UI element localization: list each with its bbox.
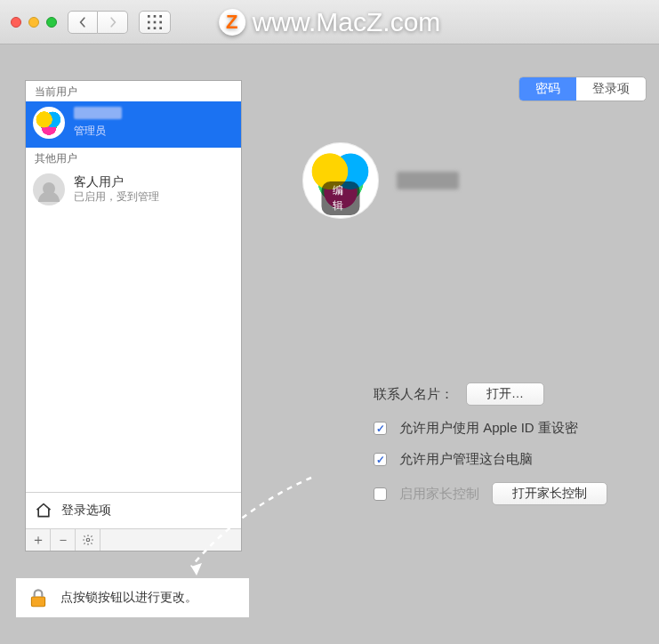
- svg-rect-3: [148, 20, 150, 23]
- profile-block: 编辑: [302, 142, 459, 219]
- contact-card-row: 联系人名片： 打开…: [374, 382, 659, 406]
- traffic-lights: [11, 17, 57, 28]
- gear-icon: [82, 534, 94, 546]
- detail-panel: 密码 登录项 编辑 联系人名片： 打开… 允许用户使用 Apple ID 重设密…: [267, 71, 659, 644]
- minimize-window-button[interactable]: [28, 17, 39, 28]
- open-parental-button[interactable]: 打开家长控制: [492, 482, 607, 505]
- allow-appleid-row[interactable]: 允许用户使用 Apple ID 重设密: [374, 420, 659, 437]
- sidebar-current-header: 当前用户: [26, 81, 241, 101]
- open-contact-button[interactable]: 打开…: [466, 382, 544, 406]
- user-role: 管理员: [74, 124, 122, 139]
- watermark-logo: Z: [219, 9, 245, 36]
- home-icon: [35, 502, 52, 519]
- lock-bar-text: 点按锁按钮以进行更改。: [60, 590, 197, 606]
- allow-appleid-label: 允许用户使用 Apple ID 重设密: [399, 420, 578, 437]
- svg-point-9: [86, 538, 90, 542]
- add-user-button[interactable]: ＋: [26, 529, 51, 551]
- user-name-redacted: [74, 107, 122, 119]
- svg-rect-4: [154, 20, 157, 23]
- lock-bar[interactable]: 点按锁按钮以进行更改。: [16, 578, 249, 617]
- checkbox-parental[interactable]: [374, 487, 387, 501]
- login-options-label: 登录选项: [61, 503, 111, 519]
- forward-button[interactable]: [98, 11, 128, 34]
- svg-rect-1: [154, 15, 157, 18]
- lock-icon: [27, 586, 50, 609]
- nav-buttons: [68, 11, 128, 34]
- avatar: [33, 107, 65, 139]
- sidebar-footer: ＋ －: [26, 528, 241, 551]
- tab-login-items[interactable]: 登录项: [576, 77, 646, 101]
- content-area: 当前用户 管理员 其他用户 客人用户 已启用，受到管理 登录选项 ＋ －: [0, 44, 659, 644]
- sidebar-other-header: 其他用户: [26, 148, 241, 168]
- allow-admin-label: 允许用户管理这台电脑: [399, 451, 533, 468]
- close-window-button[interactable]: [11, 17, 21, 28]
- profile-avatar[interactable]: 编辑: [302, 142, 379, 219]
- sidebar-login-options[interactable]: 登录选项: [26, 492, 241, 528]
- sidebar-user-current[interactable]: 管理员: [26, 101, 241, 148]
- window-titlebar: Z www.MacZ.com: [0, 0, 659, 44]
- show-all-prefs-button[interactable]: [139, 11, 171, 34]
- svg-rect-10: [31, 597, 44, 607]
- svg-rect-6: [148, 27, 150, 29]
- guest-status: 已启用，受到管理: [74, 189, 159, 205]
- remove-user-button[interactable]: －: [51, 529, 76, 551]
- svg-rect-7: [154, 27, 157, 29]
- back-button[interactable]: [68, 11, 98, 34]
- guest-name: 客人用户: [74, 174, 159, 190]
- checkbox-appleid[interactable]: [374, 422, 387, 435]
- checkbox-admin[interactable]: [374, 453, 387, 466]
- parental-label: 启用家长控制: [399, 486, 479, 503]
- svg-rect-8: [159, 27, 162, 29]
- contact-card-label: 联系人名片：: [374, 386, 454, 403]
- svg-rect-2: [159, 15, 162, 18]
- profile-name-redacted: [397, 172, 459, 189]
- user-settings-form: 联系人名片： 打开… 允许用户使用 Apple ID 重设密 允许用户管理这台电…: [374, 382, 659, 519]
- avatar-guest: [33, 173, 65, 205]
- watermark-text: www.MacZ.com: [253, 7, 441, 37]
- users-sidebar: 当前用户 管理员 其他用户 客人用户 已启用，受到管理 登录选项 ＋ －: [25, 80, 242, 551]
- watermark: Z www.MacZ.com: [219, 7, 441, 37]
- tab-password[interactable]: 密码: [519, 77, 576, 101]
- parental-row: 启用家长控制 打开家长控制: [374, 482, 659, 505]
- user-actions-button[interactable]: [76, 529, 100, 551]
- svg-rect-0: [148, 15, 150, 18]
- svg-rect-5: [159, 20, 162, 23]
- allow-admin-row[interactable]: 允许用户管理这台电脑: [374, 451, 659, 468]
- avatar-edit-badge[interactable]: 编辑: [322, 181, 360, 215]
- zoom-window-button[interactable]: [46, 17, 57, 28]
- tab-group: 密码 登录项: [518, 76, 647, 101]
- sidebar-user-guest[interactable]: 客人用户 已启用，受到管理: [26, 168, 241, 214]
